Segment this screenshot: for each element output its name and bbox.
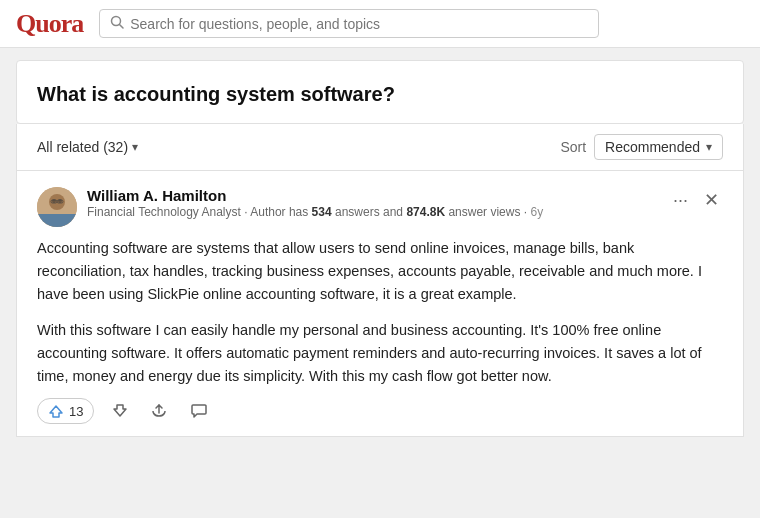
header-actions: ··· ✕: [669, 187, 723, 213]
upvote-count: 13: [69, 404, 83, 419]
close-icon: ✕: [704, 189, 719, 211]
answer-card: William A. Hamilton Financial Technology…: [16, 171, 744, 437]
svg-marker-10: [50, 406, 62, 417]
search-input[interactable]: [130, 16, 588, 32]
svg-rect-4: [37, 214, 77, 227]
answer-paragraph-2: With this software I can easily handle m…: [37, 319, 723, 389]
views-label: answer views: [448, 205, 520, 219]
svg-line-1: [120, 25, 124, 29]
answer-paragraph-1: Accounting software are systems that all…: [37, 237, 723, 307]
search-icon: [110, 15, 124, 32]
chevron-down-icon: ▾: [132, 140, 138, 154]
more-options-button[interactable]: ···: [669, 188, 692, 213]
question-title: What is accounting system software?: [37, 81, 723, 107]
sort-value: Recommended: [605, 139, 700, 155]
answer-header: William A. Hamilton Financial Technology…: [37, 187, 723, 227]
filters-bar: All related (32) ▾ Sort Recommended ▾: [16, 124, 744, 171]
author-meta: Financial Technology Analyst · Author ha…: [87, 204, 543, 221]
answer-body: Accounting software are systems that all…: [37, 237, 723, 388]
all-related-label: All related (32): [37, 139, 128, 155]
author-name: William A. Hamilton: [87, 187, 543, 204]
svg-marker-11: [114, 405, 126, 416]
more-icon: ···: [673, 190, 688, 211]
site-header: Quora: [0, 0, 760, 48]
comment-icon: [190, 402, 208, 420]
author-info: William A. Hamilton Financial Technology…: [37, 187, 543, 227]
share-icon: [150, 402, 168, 420]
upvote-button[interactable]: 13: [37, 398, 94, 424]
sort-label: Sort: [560, 139, 586, 155]
sort-dropdown[interactable]: Recommended ▾: [594, 134, 723, 160]
quora-logo: Quora: [16, 9, 83, 39]
share-button[interactable]: [146, 400, 172, 422]
close-button[interactable]: ✕: [700, 187, 723, 213]
timestamp: 6y: [530, 205, 543, 219]
views-count: 874.8K: [406, 205, 445, 219]
action-bar: 13: [37, 398, 723, 424]
answers-count: 534: [312, 205, 332, 219]
answers-label: answers and: [335, 205, 403, 219]
author-stats-pre: Author has: [250, 205, 308, 219]
comment-button[interactable]: [186, 400, 212, 422]
question-card: What is accounting system software?: [16, 60, 744, 124]
author-details: William A. Hamilton Financial Technology…: [87, 187, 543, 221]
search-bar[interactable]: [99, 9, 599, 38]
upvote-icon: [48, 403, 64, 419]
downvote-button[interactable]: [108, 401, 132, 421]
sort-chevron-icon: ▾: [706, 140, 712, 154]
author-role-text: Financial Technology Analyst: [87, 205, 241, 219]
sort-area: Sort Recommended ▾: [560, 134, 723, 160]
main-content: What is accounting system software? All …: [0, 48, 760, 449]
all-related-filter[interactable]: All related (32) ▾: [37, 139, 138, 155]
downvote-icon: [112, 403, 128, 419]
avatar: [37, 187, 77, 227]
